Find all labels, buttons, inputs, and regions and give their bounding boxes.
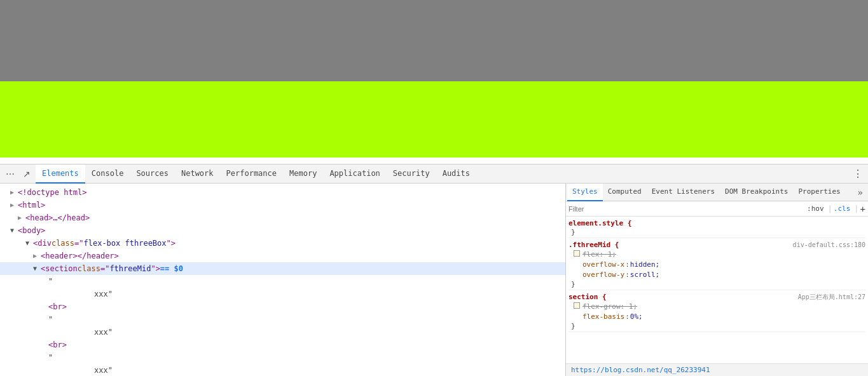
tab-console-label: Console [92,169,124,178]
dom-xxx-3[interactable]: xxx" [0,364,565,376]
preview-area [0,0,868,164]
dom-section-threemid[interactable]: ▼ <section class="fthreeMid"> == $0 [0,262,565,275]
tab-memory-label: Memory [289,169,317,178]
tab-network[interactable]: Network [175,164,220,184]
tab-security-label: Security [393,169,430,178]
styles-tab-styles[interactable]: Styles [567,184,603,201]
styles-tab-properties[interactable]: Properties [793,184,845,201]
preview-gray-section [0,0,868,81]
dom-br-1[interactable]: <br> [0,300,565,313]
dom-panel: ▶ <!doctype html> ▶ <html> ▶ <hea [0,184,566,376]
dom-xxx-1[interactable]: xxx" [0,288,565,300]
styles-more-button[interactable]: » [854,186,867,199]
tab-sources-label: Sources [136,169,169,178]
tab-application[interactable]: Application [323,164,386,184]
dom-tree: ▶ <!doctype html> ▶ <html> ▶ <hea [0,184,565,376]
tab-memory[interactable]: Memory [283,164,323,184]
dom-div-flexbox[interactable]: ▼ <div class="flex-box fthreeBox"> [0,237,565,250]
styles-source-section: App三栏布局.html:27 [798,293,865,302]
styles-rule-element: element.style { } [568,219,865,238]
styles-source-fthreemid: div-default.css:180 [793,241,865,248]
styles-prop-flex: flex: 1; [568,250,865,260]
inspect-icon-btn[interactable]: ↗ [19,166,34,182]
styles-panel: Styles Computed Event Listeners DOM Brea… [566,184,868,376]
styles-selector-element: element.style { [568,219,631,227]
styles-prop-flex-basis: flex-basis : 0%; [568,312,865,322]
styles-selector-fthreemid: .fthreeMid { [568,241,619,249]
more-tabs-button[interactable]: ⋮ [850,166,865,182]
tab-performance-label: Performance [226,169,277,178]
devtools-panel: ⋯ ↗ Elements Console Sources Network Per… [0,164,868,376]
styles-rule-section: section { App三栏布局.html:27 flex-grow: 1; … [568,293,865,332]
dom-br-2[interactable]: <br> [0,339,565,351]
dom-text-1[interactable]: " [0,275,565,288]
filter-hov-button[interactable]: :hov [807,205,824,213]
tab-sources[interactable]: Sources [130,164,175,184]
dom-tree-scroll[interactable]: ▶ <!doctype html> ▶ <html> ▶ <hea [0,184,565,376]
dom-body[interactable]: ▼ <body> [0,224,565,237]
tab-elements-label: Elements [42,169,79,178]
dom-text-2[interactable]: " [0,313,565,326]
styles-tab-dom-breakpoints[interactable]: DOM Breakpoints [720,184,793,201]
status-url[interactable]: https://blog.csdn.net/qq_26233941 [571,366,710,374]
dom-html[interactable]: ▶ <html> [0,199,565,211]
styles-prop-overflow-y: overflow-y : scroll; [568,270,865,280]
filter-plus-button[interactable]: + [860,204,865,214]
dom-doctype[interactable]: ▶ <!doctype html> [0,186,565,199]
styles-filter-bar: :hov | .cls | + [566,201,868,217]
tab-audits[interactable]: Audits [436,164,476,184]
styles-tab-computed[interactable]: Computed [603,184,647,201]
filter-cls-button[interactable]: .cls [834,205,851,213]
settings-icon-btn[interactable]: ⋯ [3,166,18,182]
dom-head[interactable]: ▶ <head>…</head> [0,211,565,224]
devtools-body: ▶ <!doctype html> ▶ <html> ▶ <hea [0,184,868,376]
styles-selector-section: section { [568,293,607,301]
devtools-tab-bar: ⋯ ↗ Elements Console Sources Network Per… [0,164,868,184]
tab-console[interactable]: Console [85,164,130,184]
dom-xxx-2[interactable]: xxx" [0,326,565,339]
styles-tab-bar: Styles Computed Event Listeners DOM Brea… [566,184,868,201]
tab-network-label: Network [181,169,214,178]
tab-application-label: Application [329,169,380,178]
styles-rule-fthreemid: .fthreeMid { div-default.css:180 flex: 1… [568,241,865,290]
dom-header[interactable]: ▶ <header></header> [0,250,565,262]
styles-filter-input[interactable] [568,205,807,213]
styles-checkbox-flex-grow[interactable] [574,302,580,309]
styles-prop-overflow-x: overflow-x : hidden; [568,260,865,270]
tab-elements[interactable]: Elements [36,164,85,184]
styles-tab-event-listeners[interactable]: Event Listeners [647,184,720,201]
styles-prop-flex-grow: flex-grow: 1; [568,302,865,312]
preview-green-section [0,81,868,158]
status-bar: https://blog.csdn.net/qq_26233941 [566,363,868,376]
tab-performance[interactable]: Performance [220,164,283,184]
styles-checkbox-flex[interactable] [574,250,580,257]
tab-audits-label: Audits [443,169,470,178]
tab-security[interactable]: Security [387,164,436,184]
dom-text-3[interactable]: " [0,351,565,364]
styles-content[interactable]: element.style { } .fthreeMid { div-defau… [566,217,868,363]
